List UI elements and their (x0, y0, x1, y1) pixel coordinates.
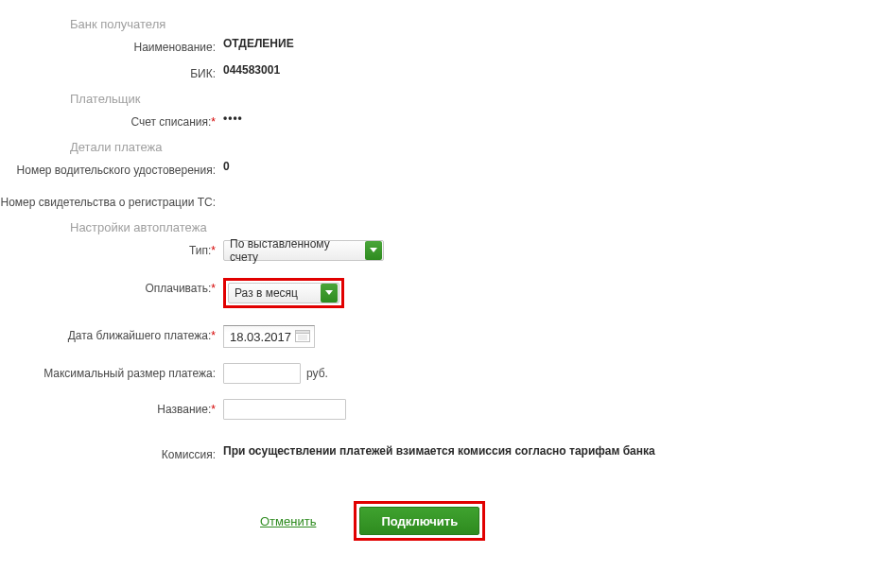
pay-highlight: Раз в месяц (223, 278, 344, 308)
row-name: Наименование: ОТДЕЛЕНИЕ (0, 37, 887, 58)
chevron-down-icon (365, 241, 382, 260)
row-title: Название:* (0, 399, 887, 420)
row-bik: БИК: 044583001 (0, 63, 887, 84)
label-commission: Комиссия: (0, 444, 221, 463)
row-driver-license: Номер водительского удостоверения: 0 (0, 160, 887, 181)
row-type: Тип:* По выставленному счету (0, 240, 887, 261)
chevron-down-icon (321, 284, 338, 303)
next-date-input[interactable]: 18.03.2017 (223, 325, 315, 348)
row-vehicle-reg: Номер свидетельства о регистрации ТС: (0, 192, 887, 213)
connect-button[interactable]: Подключить (359, 507, 479, 535)
value-driver-license: 0 (221, 160, 887, 173)
value-commission: При осуществлении платежей взимается ком… (221, 444, 887, 458)
value-bik: 044583001 (221, 63, 887, 77)
label-pay: Оплачивать:* (0, 278, 221, 297)
label-driver-license: Номер водительского удостоверения: (0, 160, 221, 179)
label-debit-account: Счет списания:* (0, 112, 221, 130)
currency-unit: руб. (306, 367, 328, 380)
row-commission: Комиссия: При осуществлении платежей взи… (0, 444, 887, 465)
label-name: Наименование: (0, 37, 221, 56)
next-date-value: 18.03.2017 (230, 330, 291, 344)
section-bank-receiver: Банк получателя (70, 17, 887, 31)
section-payment-details: Детали платежа (70, 140, 887, 154)
section-autopay: Настройки автоплатежа (70, 220, 887, 234)
row-next-date: Дата ближайшего платежа:* 18.03.2017 (0, 325, 887, 348)
pay-dropdown[interactable]: Раз в месяц (228, 283, 339, 303)
type-dropdown[interactable]: По выставленному счету (223, 240, 384, 261)
label-max-amount: Максимальный размер платежа: (0, 363, 221, 382)
type-dropdown-text: По выставленному счету (230, 237, 364, 264)
row-pay: Оплачивать:* Раз в месяц (0, 278, 887, 308)
value-name: ОТДЕЛЕНИЕ (221, 37, 887, 50)
row-debit-account: Счет списания:* •••• (0, 112, 887, 132)
label-type: Тип:* (0, 240, 221, 259)
section-payer: Плательщик (70, 92, 887, 106)
label-next-date: Дата ближайшего платежа:* (0, 325, 221, 344)
value-debit-account: •••• (221, 112, 887, 125)
connect-highlight: Подключить (354, 501, 485, 541)
svg-rect-1 (296, 330, 310, 333)
label-bik: БИК: (0, 63, 221, 82)
label-title: Название:* (0, 399, 221, 418)
title-input[interactable] (223, 399, 346, 420)
actions-row: Отменить Подключить (0, 501, 887, 541)
label-vehicle-reg: Номер свидетельства о регистрации ТС: (0, 192, 221, 211)
pay-dropdown-text: Раз в месяц (235, 286, 304, 300)
max-amount-input[interactable] (223, 363, 301, 384)
calendar-icon (295, 329, 310, 345)
cancel-button[interactable]: Отменить (260, 514, 316, 528)
row-max-amount: Максимальный размер платежа: руб. (0, 363, 887, 384)
